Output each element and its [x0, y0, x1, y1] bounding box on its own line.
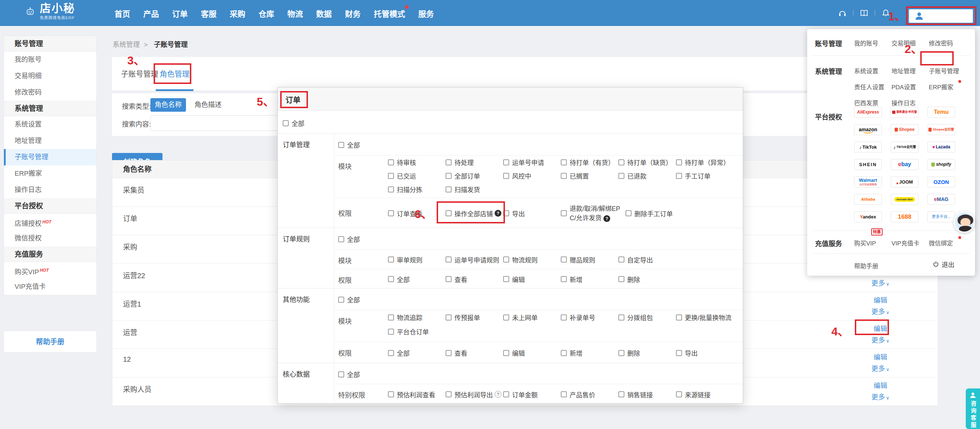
- app-logo[interactable]: 店小秘 免费跨境电商ERP: [25, 3, 75, 20]
- sidebar-item[interactable]: 店铺授权HOT: [4, 214, 96, 230]
- section-all-checkbox[interactable]: 全部: [338, 295, 360, 304]
- select-all-checkbox[interactable]: 全部: [283, 118, 304, 128]
- dd-link[interactable]: 子账号管理: [929, 66, 966, 75]
- help-icon[interactable]: ?: [495, 391, 501, 398]
- platform-auth-button[interactable]: OZON: [928, 177, 955, 187]
- platform-auth-button[interactable]: Temu: [928, 107, 955, 118]
- dd-link[interactable]: 地址管理: [891, 66, 929, 75]
- customer-service-avatar[interactable]: [954, 211, 975, 233]
- platform-auth-button[interactable]: TikTok全托管: [891, 142, 918, 153]
- platform-auth-button[interactable]: AliExpress: [854, 107, 882, 118]
- module-checkbox-item[interactable]: 未上网单: [503, 313, 561, 322]
- sidebar-item[interactable]: 操作日志: [4, 182, 96, 198]
- edit-link[interactable]: 编辑: [859, 352, 902, 363]
- help-icon[interactable]: ?: [603, 215, 610, 222]
- search-type-role-name[interactable]: 角色名称: [150, 98, 186, 112]
- help-manual-link[interactable]: 帮助手册: [4, 331, 96, 352]
- tab-role-management[interactable]: 角色管理: [156, 57, 193, 91]
- permission-checkbox-item[interactable]: 删除: [618, 274, 676, 284]
- dd-link[interactable]: ERP搬家: [929, 82, 966, 91]
- more-link[interactable]: 更多∨: [859, 278, 902, 290]
- main-menu-item[interactable]: 订单: [172, 8, 188, 19]
- more-link[interactable]: 更多∨: [859, 363, 902, 375]
- perm-operate-all-shops[interactable]: 操作全部店铺?: [445, 209, 503, 218]
- sidebar-item[interactable]: 地址管理: [4, 133, 96, 149]
- module-checkbox-item[interactable]: 已搁置: [561, 171, 618, 180]
- special-permission-checkbox-item[interactable]: 销售链接: [618, 390, 676, 399]
- module-checkbox-item[interactable]: 全部订单: [445, 171, 503, 180]
- main-menu-item[interactable]: 首页: [115, 8, 130, 19]
- dd-link[interactable]: 责任人设置: [854, 82, 891, 91]
- dd-link[interactable]: 操作日志: [891, 98, 929, 107]
- main-menu-item[interactable]: 采购: [230, 8, 245, 19]
- module-checkbox-item[interactable]: 待打单（缺货）: [618, 158, 676, 167]
- breadcrumb-root[interactable]: 系统管理: [113, 41, 140, 48]
- module-checkbox-item[interactable]: 补录单号: [561, 313, 618, 322]
- special-permission-checkbox-item[interactable]: 订单金额: [503, 390, 561, 399]
- sidebar-item[interactable]: ERP搬家: [4, 166, 96, 182]
- perm-refund-cancel[interactable]: 退款/取消/解绑EPC/允许发货?: [561, 204, 625, 223]
- permission-checkbox-item[interactable]: 删除: [618, 348, 676, 357]
- platform-auth-button[interactable]: Shopee全托管: [928, 124, 955, 135]
- module-checkbox-item[interactable]: 已交运: [388, 171, 445, 180]
- module-checkbox-item[interactable]: 风控中: [503, 171, 561, 180]
- platform-auth-button[interactable]: Alibaba: [854, 194, 882, 205]
- special-permission-checkbox-item[interactable]: 预估利润查看: [388, 390, 445, 399]
- perm-order-view[interactable]: 订单查看: [388, 209, 445, 218]
- permission-checkbox-item[interactable]: 全部: [388, 348, 445, 357]
- headset-icon[interactable]: [838, 8, 847, 18]
- platform-auth-button[interactable]: Shopee: [891, 124, 918, 135]
- main-menu-item[interactable]: 托管模式: [374, 8, 405, 19]
- dd-link[interactable]: 系统设置: [854, 66, 891, 75]
- module-checkbox-item[interactable]: 审单规则: [388, 255, 445, 264]
- permission-checkbox-item[interactable]: 查看: [445, 274, 503, 284]
- help-icon[interactable]: ?: [495, 210, 501, 217]
- platform-auth-button[interactable]: 1688: [891, 211, 918, 222]
- main-menu-item[interactable]: 仓库: [259, 8, 274, 19]
- platform-auth-button[interactable]: Yandex: [854, 211, 882, 222]
- bell-icon[interactable]: [881, 8, 890, 18]
- section-all-checkbox[interactable]: 全部: [338, 140, 360, 149]
- module-checkbox-item[interactable]: 传预报单: [445, 313, 503, 322]
- main-menu-item[interactable]: 财务: [345, 8, 361, 19]
- module-checkbox-item[interactable]: 物流规则: [503, 255, 561, 264]
- platform-auth-button[interactable]: amazon: [854, 124, 882, 135]
- permission-checkbox-item[interactable]: 查看: [445, 348, 503, 357]
- dd-link[interactable]: 交易明细: [891, 38, 929, 47]
- more-link[interactable]: 更多∨: [859, 392, 902, 404]
- module-checkbox-item[interactable]: 扫描发货: [445, 185, 503, 194]
- platform-auth-button[interactable]: TikTok: [854, 142, 882, 153]
- sidebar-item[interactable]: 微信授权: [4, 230, 96, 247]
- logout-button[interactable]: 退出: [932, 260, 955, 269]
- section-all-checkbox[interactable]: 全部: [338, 234, 360, 244]
- platform-auth-button[interactable]: 速卖通全/半托管: [891, 107, 918, 118]
- consult-customer-service-button[interactable]: 咨询客服: [966, 388, 980, 429]
- perm-delete-manual-order[interactable]: 删除手工订单: [625, 209, 683, 218]
- sidebar-item[interactable]: 系统设置: [4, 116, 96, 133]
- module-checkbox-item[interactable]: 待处理: [445, 158, 503, 167]
- platform-auth-button[interactable]: 更多平台...: [928, 211, 955, 222]
- sidebar-item[interactable]: 交易明细: [4, 68, 96, 84]
- permission-checkbox-item[interactable]: 编辑: [503, 348, 561, 357]
- permission-checkbox-item[interactable]: 编辑: [503, 274, 561, 284]
- more-link[interactable]: 更多∨: [859, 306, 902, 318]
- dd-link[interactable]: 我的账号: [854, 38, 891, 47]
- buy-vip-link[interactable]: 购买VIP: [854, 238, 891, 247]
- module-checkbox-item[interactable]: 分拨组包: [618, 313, 676, 322]
- module-checkbox-item[interactable]: 待打单（有货）: [561, 158, 618, 167]
- dd-link[interactable]: PDA设置: [891, 82, 929, 91]
- main-menu-item[interactable]: 数据: [316, 8, 332, 19]
- perm-export[interactable]: 导出: [503, 209, 561, 218]
- module-checkbox-item[interactable]: 手工订单: [676, 171, 733, 180]
- vip-card-link[interactable]: VIP充值卡: [891, 238, 929, 247]
- more-link[interactable]: 更多∨: [859, 335, 902, 347]
- special-permission-checkbox-item[interactable]: 预估利润导出?: [445, 390, 503, 399]
- permission-checkbox-item[interactable]: 新增: [561, 274, 618, 284]
- edit-link[interactable]: 编辑: [859, 380, 902, 392]
- permission-checkbox-item[interactable]: 全部: [388, 274, 445, 284]
- sidebar-item[interactable]: 子账号管理: [4, 149, 96, 166]
- module-checkbox-item[interactable]: 平台仓订单: [388, 327, 445, 336]
- sidebar-item[interactable]: 修改密码: [4, 84, 96, 100]
- sidebar-item[interactable]: VIP充值卡: [4, 279, 96, 295]
- platform-auth-button[interactable]: shopify: [928, 159, 955, 170]
